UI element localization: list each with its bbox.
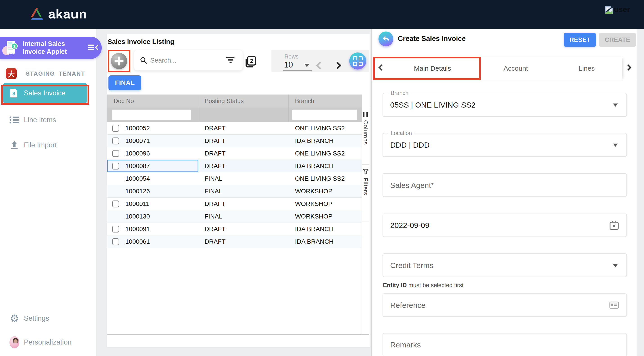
previous-page-button[interactable] [316,62,324,69]
table-row[interactable]: 1000096DRAFTONE LIVING SS2 [107,147,362,160]
akaun-triangle-logo [30,8,44,20]
table-row[interactable]: 1000071DRAFTIDA BRANCH [107,134,362,147]
reference-field[interactable]: Reference [382,294,627,317]
table-row[interactable]: 1000087DRAFTIDA BRANCH [107,160,362,172]
tenant-name: STAGING_TENANT [26,70,85,77]
branch-select[interactable]: Branch 05SS | ONE LIVING SS2 [382,93,627,117]
sidebar-item-label: Sales Invoice [24,89,65,97]
filters-tab[interactable]: Filters [362,165,369,222]
sidebar-item-settings[interactable]: ⚙ Settings [0,310,96,326]
branch-cell: IDA BRANCH [289,162,362,170]
contact-card-icon[interactable] [609,302,619,309]
row-checkbox[interactable] [112,125,119,132]
search-box [134,50,242,70]
date-field[interactable]: 2022-09-09 [382,214,627,237]
sidebar: $ Internal Sales Invoice Applet 大 STAGIN… [0,29,96,356]
rows-per-page-value[interactable]: 10 [284,60,293,70]
sidebar-item-sales-invoice[interactable]: $ Sales Invoice [3,83,87,104]
column-header-posting-status[interactable]: Posting Status [198,94,289,108]
applet-title: Internal Sales Invoice Applet [22,40,67,56]
search-icon [140,57,147,64]
branch-filter-input[interactable] [292,110,357,120]
row-checkbox[interactable] [112,238,119,245]
table-side-tabs: Columns Filters [362,94,369,334]
tab-main-details[interactable]: Main Details [385,57,480,80]
branch-label: Branch [388,90,411,96]
sidebar-item-label: Settings [24,314,49,322]
table-row[interactable]: 1000054FINALONE LIVING SS2 [107,172,362,185]
row-checkbox[interactable] [112,150,119,157]
side-strip-spacer [362,94,369,108]
location-select[interactable]: Location DDD | DDD [382,133,627,157]
final-status-chip[interactable]: FINAL [108,76,141,90]
table-row[interactable]: 1000130FINALWORKSHOP [107,210,362,223]
posting-status-cell: FINAL [198,188,289,195]
posting-status-cell: DRAFT [198,226,289,233]
row-checkbox[interactable] [112,138,119,144]
posting-status-cell: DRAFT [198,137,289,144]
reset-button[interactable]: RESET [564,33,596,47]
svg-text:2: 2 [250,58,253,64]
top-navbar: akaun user [0,0,644,29]
columns-tab[interactable]: Columns [362,108,369,165]
next-page-button[interactable] [334,62,341,69]
pagination-panel: Rows 10 [271,50,369,72]
back-button[interactable] [378,32,393,46]
row-checkbox[interactable] [112,163,119,170]
branch-cell: ONE LIVING SS2 [289,150,362,157]
list-icon [10,116,19,124]
sales-agent-field[interactable]: Sales Agent* [382,173,627,197]
branch-cell: WORKSHOP [289,213,362,220]
branch-cell: WORKSHOP [289,188,362,195]
tenant-badge-icon: 大 [6,68,17,79]
sidebar-item-line-items[interactable]: Line Items [0,112,96,128]
table-bottom-border [107,334,369,335]
calendar-icon[interactable] [609,220,619,230]
table-header-row: Doc No Posting Status Branch [107,94,362,108]
applet-header[interactable]: $ Internal Sales Invoice Applet [0,37,102,59]
table-row[interactable]: 1000052DRAFTONE LIVING SS2 [107,122,362,134]
chevron-down-icon [613,264,618,267]
tabs-scroll-right-icon[interactable] [625,64,632,71]
doc-no-cell: 1000011 [125,200,150,208]
invoice-document-icon: $ [10,88,18,98]
tenant-row[interactable]: 大 STAGING_TENANT [6,68,85,79]
tab-lines[interactable]: Lines [552,57,622,80]
chevron-down-icon[interactable] [304,64,310,67]
posting-status-cell: DRAFT [198,125,289,132]
table-row[interactable]: 1000061DRAFTIDA BRANCH [107,236,362,248]
posting-status-cell: FINAL [198,175,289,182]
column-header-branch[interactable]: Branch [289,94,362,108]
grid-apps-button[interactable] [349,52,366,70]
table-row[interactable]: 1000126FINALWORKSHOP [107,185,362,198]
posting-status-cell: DRAFT [198,200,289,208]
remarks-field[interactable]: Remarks [382,333,627,356]
sidebar-item-file-import[interactable]: File Import [0,137,96,153]
branch-cell: WORKSHOP [289,200,362,208]
tabbar-bottom-border [372,80,637,80]
row-checkbox[interactable] [112,226,119,232]
duplicate-pages-icon[interactable]: 2 [244,55,256,68]
back-arrow-icon [382,35,390,42]
column-header-doc-no[interactable]: Doc No [107,94,198,108]
filter-lines-icon[interactable] [226,57,234,64]
create-invoice-panel: Create Sales Invoice RESET CREATE Main D… [371,29,637,356]
sidebar-item-label: Personalization [24,338,72,346]
row-checkbox[interactable] [112,200,119,207]
create-button[interactable]: CREATE [599,33,636,47]
collapse-sidebar-icon[interactable] [88,43,98,52]
credit-terms-select[interactable]: Credit Terms [382,254,627,277]
add-invoice-button[interactable] [111,53,127,69]
sidebar-item-personalization[interactable]: Personalization [0,334,96,350]
doc-no-filter-input[interactable] [112,110,191,120]
tab-account[interactable]: Account [480,57,552,80]
search-input[interactable] [150,57,218,64]
table-row[interactable]: 1000091DRAFTIDA BRANCH [107,223,362,236]
gear-icon: ⚙ [10,313,19,324]
credit-terms-placeholder: Credit Terms [390,261,434,270]
table-row[interactable]: 1000011DRAFTWORKSHOP [107,198,362,210]
user-avatar[interactable]: user [604,5,630,15]
panel-title: Create Sales Invoice [398,35,466,43]
invoice-table: Doc No Posting Status Branch 1000052DRAF… [107,94,362,248]
branch-cell: ONE LIVING SS2 [289,175,362,182]
